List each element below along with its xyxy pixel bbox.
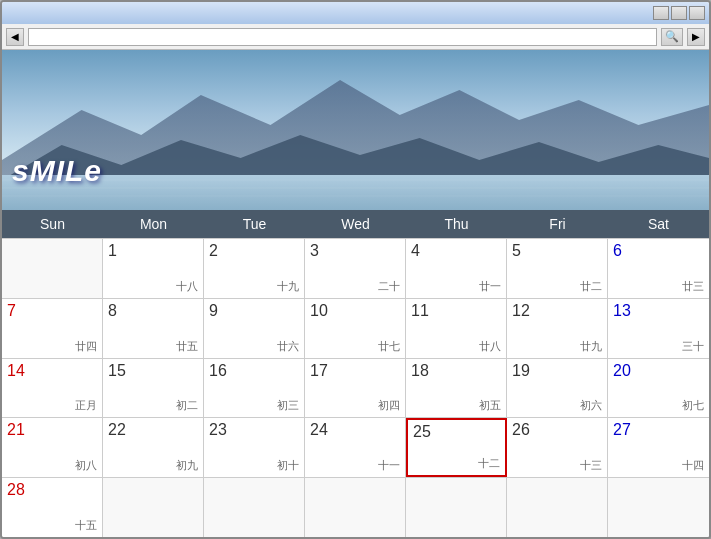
calendar-cell[interactable]: 26十三: [507, 418, 608, 477]
lunar-date: 十二: [478, 456, 500, 471]
calendar-cell[interactable]: [2, 239, 103, 298]
calendar-cell[interactable]: 18初五: [406, 359, 507, 418]
calendar-cell[interactable]: [406, 478, 507, 537]
calendar-cell[interactable]: 11廿八: [406, 299, 507, 358]
calendar: SunMonTueWedThuFriSat 1十八2十九3二十4廿一5廿二6廿三…: [2, 210, 709, 537]
calendar-cell[interactable]: 3二十: [305, 239, 406, 298]
calendar-cell[interactable]: 24十一: [305, 418, 406, 477]
day-number: 27: [613, 421, 704, 439]
day-number: 4: [411, 242, 501, 260]
day-number: 17: [310, 362, 400, 380]
day-number: 19: [512, 362, 602, 380]
calendar-cell[interactable]: 19初六: [507, 359, 608, 418]
lunar-date: 廿二: [580, 279, 602, 294]
calendar-cell[interactable]: 13三十: [608, 299, 709, 358]
title-bar: [2, 2, 709, 24]
calendar-cell[interactable]: 21初八: [2, 418, 103, 477]
calendar-cell[interactable]: [204, 478, 305, 537]
calendar-cell[interactable]: 15初二: [103, 359, 204, 418]
calendar-cell[interactable]: 27十四: [608, 418, 709, 477]
calendar-cell[interactable]: 10廿七: [305, 299, 406, 358]
forward-nav-icon[interactable]: ▶: [687, 28, 705, 46]
lunar-date: 廿九: [580, 339, 602, 354]
calendar-row: 1十八2十九3二十4廿一5廿二6廿三: [2, 238, 709, 298]
calendar-cell[interactable]: 6廿三: [608, 239, 709, 298]
header-image: sMILe: [2, 50, 709, 210]
calendar-cell[interactable]: [103, 478, 204, 537]
weekday-header: Thu: [406, 210, 507, 238]
lunar-date: 初八: [75, 458, 97, 473]
calendar-cell[interactable]: 14正月: [2, 359, 103, 418]
window-controls: [653, 6, 705, 20]
calendar-cell[interactable]: 8廿五: [103, 299, 204, 358]
calendar-row: 14正月15初二16初三17初四18初五19初六20初七: [2, 358, 709, 418]
calendar-cell[interactable]: 17初四: [305, 359, 406, 418]
calendar-cell[interactable]: 2十九: [204, 239, 305, 298]
day-number: 6: [613, 242, 704, 260]
calendar-cell[interactable]: 9廿六: [204, 299, 305, 358]
lunar-date: 初二: [176, 398, 198, 413]
lunar-date: 廿六: [277, 339, 299, 354]
calendar-cell[interactable]: 23初十: [204, 418, 305, 477]
day-number: 9: [209, 302, 299, 320]
weekday-header: Sat: [608, 210, 709, 238]
day-number: 2: [209, 242, 299, 260]
day-number: 22: [108, 421, 198, 439]
day-number: 20: [613, 362, 704, 380]
day-number: 28: [7, 481, 97, 499]
calendar-cell[interactable]: 25十二: [406, 418, 507, 477]
day-number: 25: [413, 423, 500, 441]
lunar-date: 初十: [277, 458, 299, 473]
weekday-header: Sun: [2, 210, 103, 238]
weekday-header: Wed: [305, 210, 406, 238]
day-number: 21: [7, 421, 97, 439]
day-number: 12: [512, 302, 602, 320]
lunar-date: 初六: [580, 398, 602, 413]
calendar-cell[interactable]: 12廿九: [507, 299, 608, 358]
lunar-date: 初七: [682, 398, 704, 413]
lunar-date: 二十: [378, 279, 400, 294]
lunar-date: 廿八: [479, 339, 501, 354]
calendar-cell[interactable]: 7廿四: [2, 299, 103, 358]
calendar-cell[interactable]: 16初三: [204, 359, 305, 418]
day-number: 5: [512, 242, 602, 260]
lunar-date: 廿三: [682, 279, 704, 294]
calendar-row: 7廿四8廿五9廿六10廿七11廿八12廿九13三十: [2, 298, 709, 358]
day-number: 24: [310, 421, 400, 439]
search-button[interactable]: 🔍: [661, 28, 683, 46]
maximize-button[interactable]: [671, 6, 687, 20]
day-number: 13: [613, 302, 704, 320]
lunar-date: 正月: [75, 398, 97, 413]
calendar-cell[interactable]: 20初七: [608, 359, 709, 418]
calendar-cell[interactable]: 28十五: [2, 478, 103, 537]
lunar-date: 廿四: [75, 339, 97, 354]
address-bar: ◀ 🔍 ▶: [2, 24, 709, 50]
minimize-button[interactable]: [653, 6, 669, 20]
calendar-cell[interactable]: 1十八: [103, 239, 204, 298]
calendar-cell[interactable]: [507, 478, 608, 537]
back-nav-icon[interactable]: ◀: [6, 28, 24, 46]
lunar-date: 初四: [378, 398, 400, 413]
calendar-cell[interactable]: [305, 478, 406, 537]
lunar-date: 十九: [277, 279, 299, 294]
lunar-date: 廿五: [176, 339, 198, 354]
calendar-row: 28十五: [2, 477, 709, 537]
close-button[interactable]: [689, 6, 705, 20]
lunar-date: 十四: [682, 458, 704, 473]
day-number: 23: [209, 421, 299, 439]
lunar-date: 十五: [75, 518, 97, 533]
lunar-date: 初三: [277, 398, 299, 413]
smile-logo: sMILe: [12, 148, 102, 190]
day-number: 11: [411, 302, 501, 320]
day-number: 18: [411, 362, 501, 380]
calendar-cell[interactable]: 4廿一: [406, 239, 507, 298]
address-input[interactable]: [28, 28, 657, 46]
calendar-cell[interactable]: 22初九: [103, 418, 204, 477]
calendar-cell[interactable]: 5廿二: [507, 239, 608, 298]
weekday-header: Tue: [204, 210, 305, 238]
calendar-cell[interactable]: [608, 478, 709, 537]
day-number: 1: [108, 242, 198, 260]
weekday-header: Mon: [103, 210, 204, 238]
day-number: 8: [108, 302, 198, 320]
lunar-date: 十一: [378, 458, 400, 473]
